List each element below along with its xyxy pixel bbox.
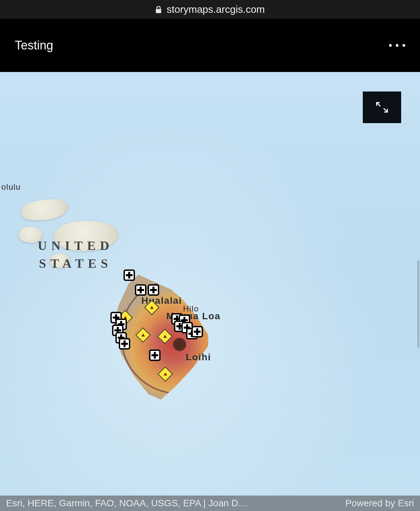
browser-url-text: storymaps.arcgis.com xyxy=(167,4,265,15)
hospital-marker[interactable] xyxy=(135,284,146,296)
story-title: Testing xyxy=(15,38,53,52)
browser-url-bar: storymaps.arcgis.com xyxy=(0,0,420,19)
hospital-marker[interactable] xyxy=(148,284,159,296)
hospital-marker[interactable] xyxy=(119,338,130,350)
map-viewport[interactable]: olulu UNITED STATES Hualalai Hilo Mauna … xyxy=(0,72,420,511)
dot-icon xyxy=(403,44,405,47)
hospital-markers xyxy=(0,72,420,511)
hospital-marker[interactable] xyxy=(149,350,161,361)
svg-rect-0 xyxy=(156,9,161,13)
dot-icon xyxy=(396,44,398,47)
dot-icon xyxy=(389,44,392,47)
expand-map-button[interactable] xyxy=(363,92,401,123)
app-header: Testing xyxy=(0,19,420,72)
attribution-powered-by[interactable]: Powered by Esri xyxy=(345,498,414,509)
scroll-indicator[interactable] xyxy=(417,260,419,348)
expand-icon xyxy=(375,101,389,114)
hospital-marker[interactable] xyxy=(191,326,203,337)
hospital-marker[interactable] xyxy=(124,269,135,281)
more-menu-button[interactable] xyxy=(389,44,405,47)
attribution-sources[interactable]: Esri, HERE, Garmin, FAO, NOAA, USGS, EPA… xyxy=(6,498,345,509)
lock-icon xyxy=(155,6,162,14)
map-attribution-bar: Esri, HERE, Garmin, FAO, NOAA, USGS, EPA… xyxy=(0,496,420,511)
